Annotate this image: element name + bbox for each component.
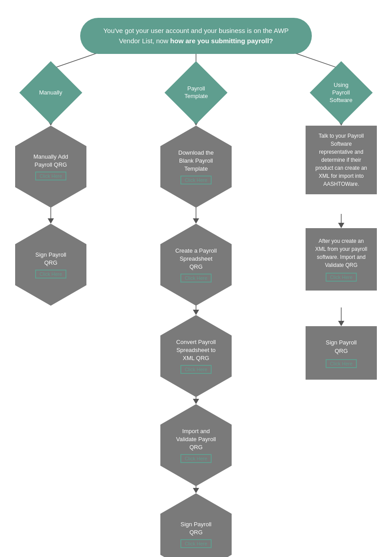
center-box-2-btn[interactable]: Click Here: [180, 274, 212, 283]
right-box-3-btn[interactable]: Click Here: [326, 359, 357, 368]
top-question-box: You've got your user account and your bu…: [80, 18, 312, 54]
diamond-manually-label: Manually: [39, 89, 62, 97]
center-box-2-text: Create a PayrollSpreadsheetQRG: [171, 247, 221, 271]
center-box-3-text: Convert PayrollSpreadsheet toXML QRG: [172, 338, 220, 363]
left-box-1-btn[interactable]: Click Here: [35, 172, 67, 180]
left-box-2-btn[interactable]: Click Here: [35, 270, 67, 278]
diamond-payroll-template: PayrollTemplate: [169, 66, 223, 119]
svg-marker-15: [193, 310, 199, 315]
diamond-payroll-software-label: UsingPayrollSoftware: [330, 82, 352, 104]
svg-marker-9: [48, 218, 54, 224]
right-box-2: After you create an XML from your payrol…: [306, 228, 377, 291]
center-box-1: Download theBlank PayrollTemplate Click …: [160, 126, 232, 208]
diamond-payroll-template-label: PayrollTemplate: [184, 85, 208, 100]
svg-marker-25: [338, 321, 344, 326]
center-box-4-btn[interactable]: Click Here: [180, 454, 212, 463]
diamond-manually: Manually: [24, 66, 78, 119]
svg-marker-13: [193, 218, 199, 224]
diamond-payroll-software: UsingPayrollSoftware: [314, 66, 368, 119]
right-box-1: Talk to your Payroll Software representa…: [306, 126, 377, 194]
center-box-1-btn[interactable]: Click Here: [180, 176, 212, 184]
left-box-2-text: Sign PayrollQRG: [31, 251, 70, 267]
svg-marker-23: [338, 223, 344, 228]
svg-marker-19: [193, 488, 199, 493]
center-box-5-text: Sign PayrollQRG: [176, 520, 216, 537]
left-box-1: Manually AddPayroll QRG Click Here: [15, 126, 86, 208]
center-box-5: Sign PayrollQRG Click Here: [160, 493, 232, 557]
center-box-5-btn[interactable]: Click Here: [180, 539, 212, 548]
right-box-2-btn[interactable]: Click Here: [326, 273, 357, 282]
right-box-1-text: Talk to your Payroll Software representa…: [310, 132, 372, 188]
center-box-4: Import andValidate PayrollQRG Click Here: [160, 404, 232, 486]
right-box-3-text: Sign PayrollQRG: [321, 338, 361, 356]
center-box-3: Convert PayrollSpreadsheet toXML QRG Cli…: [160, 315, 232, 397]
left-box-1-text: Manually AddPayroll QRG: [29, 153, 73, 169]
right-box-3: Sign PayrollQRG Click Here: [306, 326, 377, 380]
top-text-bold: how are you submitting payroll?: [170, 37, 273, 45]
center-box-2: Create a PayrollSpreadsheetQRG Click Her…: [160, 224, 232, 306]
center-box-1-text: Download theBlank PayrollTemplate: [174, 149, 218, 173]
flowchart: You've got your user account and your bu…: [0, 0, 392, 557]
center-box-4-text: Import andValidate PayrollQRG: [172, 427, 220, 452]
right-box-2-text: After you create an XML from your payrol…: [310, 237, 372, 269]
left-box-2: Sign PayrollQRG Click Here: [15, 224, 86, 306]
svg-marker-17: [193, 399, 199, 404]
center-box-3-btn[interactable]: Click Here: [180, 365, 212, 374]
